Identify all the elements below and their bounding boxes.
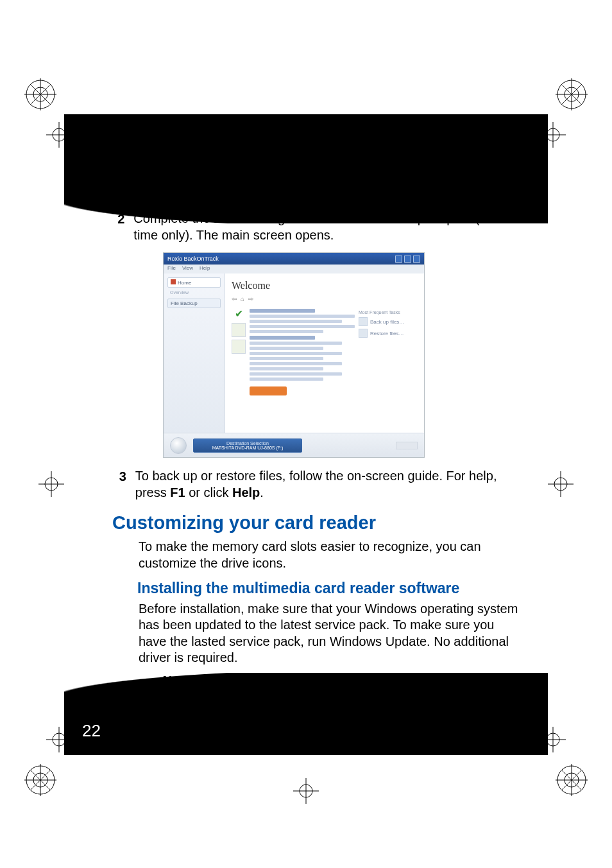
heading-customizing: Customizing your card reader (112, 512, 522, 534)
screenshot-thumb-column: ✔ (232, 306, 246, 397)
step-number: 3 (114, 468, 126, 501)
text-fragment: . (260, 485, 264, 499)
step-text: Complete the Product Registration inform… (133, 211, 522, 243)
screenshot-heading: Welcome (232, 280, 418, 291)
menu-name: Help (232, 485, 260, 499)
right-column-title: Most Frequent Tasks (359, 310, 414, 315)
crosshair-icon (293, 778, 319, 804)
screenshot-nav-icons: ⇦ ⌂ ⇨ (232, 295, 418, 302)
minimize-icon (395, 256, 402, 263)
maximize-icon (404, 256, 411, 263)
screenshot-title: Roxio BackOnTrack (167, 256, 219, 262)
step-2: 2 Complete the Product Registration info… (114, 211, 522, 243)
destination-label: Destination Selection (199, 441, 296, 446)
screenshot-main: Welcome ⇦ ⌂ ⇨ ✔ (225, 273, 424, 433)
task-icon (359, 317, 368, 326)
thumbnail-icon (232, 340, 246, 354)
crosshair-icon (38, 471, 64, 497)
content-column: 2 Complete the Product Registration info… (114, 211, 522, 706)
paragraph: Before installation, make sure that your… (139, 601, 522, 666)
sidebar-label: Home (178, 280, 191, 286)
registration-mark-icon (23, 77, 58, 112)
right-item-label: Back up files… (370, 319, 404, 325)
step-number: 2 (114, 211, 124, 243)
sidebar-item-file-backup: File Backup (167, 299, 221, 308)
destination-device: MATSHITA DVD-RAM UJ-880S (F:) (199, 446, 296, 450)
screenshot-description (250, 306, 355, 397)
key-name: F1 (170, 485, 185, 499)
home-icon (171, 279, 176, 284)
checkmark-icon: ✔ (232, 306, 246, 320)
page-number: 22 (82, 721, 101, 741)
sidebar-sub-overview: Overview (170, 290, 221, 295)
screenshot-menubar: File View Help (164, 265, 424, 273)
screenshot-action-button (250, 386, 287, 395)
menu-view: View (182, 265, 193, 273)
thumbnail-icon (232, 323, 246, 337)
manual-page: 2 Complete the Product Registration info… (0, 0, 612, 868)
forward-icon: ⇨ (248, 295, 253, 302)
paragraph: To make the memory card slots easier to … (139, 539, 522, 571)
screenshot-body: Home Overview File Backup Welcome ⇦ ⌂ ⇨ … (164, 273, 424, 433)
task-icon (359, 329, 368, 338)
back-icon: ⇦ (232, 295, 237, 302)
step-3: 3 To back up or restore files, follow th… (114, 468, 522, 501)
disc-icon (170, 437, 187, 454)
screenshot-footer: Destination Selection MATSHITA DVD-RAM U… (164, 433, 424, 457)
close-icon (413, 256, 420, 263)
menu-file: File (167, 265, 176, 273)
screenshot-titlebar: Roxio BackOnTrack (164, 253, 424, 265)
header-band (64, 114, 548, 203)
screenshot-panel: ✔ (232, 306, 418, 397)
right-item: Restore files… (359, 329, 414, 338)
registration-mark-icon (554, 77, 589, 112)
sidebar-item-home: Home (167, 277, 221, 288)
heading-installing: Installing the multimedia card reader so… (137, 580, 522, 597)
window-buttons (395, 256, 420, 263)
text-fragment: or click (185, 485, 232, 499)
home-small-icon: ⌂ (241, 295, 244, 302)
crosshair-icon (548, 471, 574, 497)
registration-mark-icon (23, 763, 58, 797)
capacity-indicator-icon (396, 442, 418, 449)
screenshot-right-column: Most Frequent Tasks Back up files… Resto… (359, 306, 418, 397)
screenshot-sidebar: Home Overview File Backup (164, 273, 225, 433)
app-screenshot: Roxio BackOnTrack File View Help Home Ov… (163, 252, 425, 458)
right-item-label: Restore files… (370, 331, 404, 336)
footer-band: 22 (64, 693, 548, 755)
menu-help: Help (200, 265, 210, 273)
destination-selector: Destination Selection MATSHITA DVD-RAM U… (193, 438, 302, 453)
step-text: To back up or restore files, follow the … (135, 468, 522, 501)
right-item: Back up files… (359, 317, 414, 326)
registration-mark-icon (554, 763, 589, 797)
